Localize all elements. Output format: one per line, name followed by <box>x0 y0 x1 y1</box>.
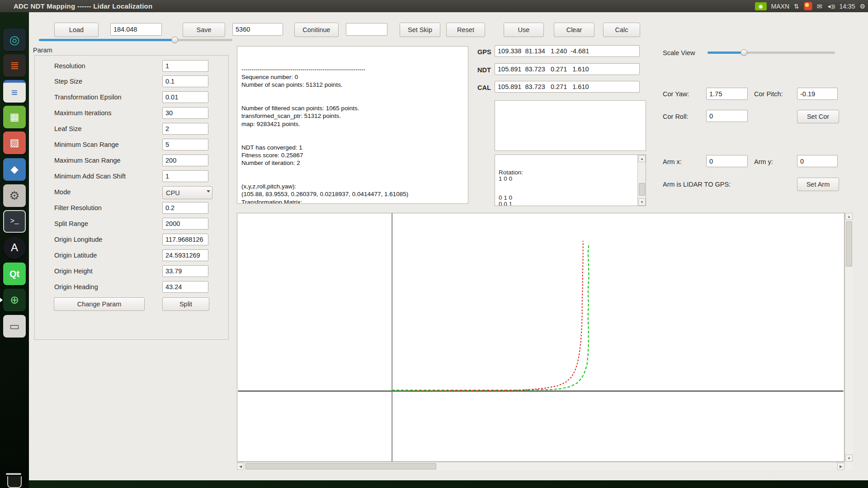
sequence-slider[interactable] <box>39 39 232 41</box>
map-scroll-up-icon[interactable]: ▲ <box>845 213 853 220</box>
save-value-input[interactable] <box>232 23 283 36</box>
rotation-box: Rotation:1 0 0 0 1 00 0 1 roll:0 pitch:-… <box>495 155 646 206</box>
map-scroll-left-icon[interactable]: ◀ <box>237 463 244 470</box>
param-input-max-scan-range[interactable] <box>162 155 208 166</box>
nvidia-icon[interactable]: ◉ <box>755 2 767 10</box>
map-scroll-down-icon[interactable]: ▼ <box>845 455 853 462</box>
launcher-app-a[interactable]: A <box>3 236 26 259</box>
param-input-step-size[interactable] <box>162 75 208 87</box>
param-label-split-range: Split Range <box>54 220 88 227</box>
map-hscroll-handle[interactable] <box>245 463 436 469</box>
use-button[interactable]: Use <box>504 23 544 37</box>
rotation-text: Rotation:1 0 0 0 1 00 0 1 roll:0 pitch:-… <box>495 155 646 206</box>
param-input-origin-longitude[interactable] <box>162 234 208 245</box>
preview-box <box>495 100 646 151</box>
load-value-input[interactable] <box>110 23 162 36</box>
param-input-max-iterations[interactable] <box>162 107 208 119</box>
launcher-lidar-mapping-app[interactable]: ⊕ <box>3 289 26 311</box>
map-vscroll-handle[interactable] <box>846 221 852 267</box>
load-button[interactable]: Load <box>54 23 99 37</box>
mode-combobox[interactable]: CPU <box>162 186 212 199</box>
set-cor-button[interactable]: Set Cor <box>797 110 839 123</box>
arm-y-input[interactable] <box>797 155 838 167</box>
param-label-origin-latitude: Origin Latitude <box>54 252 97 259</box>
clear-button[interactable]: Clear <box>554 23 594 37</box>
param-label-max-scan-range: Maximum Scan Range <box>54 157 121 164</box>
ndt-value-input[interactable] <box>495 63 640 75</box>
launcher-qt[interactable]: Qt <box>3 263 26 285</box>
map-scroll-right-icon[interactable]: ▶ <box>837 463 844 470</box>
arm-y-label: Arm y: <box>754 158 773 165</box>
rotation-scrollbar-handle[interactable] <box>639 183 645 196</box>
launcher-system-settings[interactable]: ⚙ <box>3 184 26 207</box>
launcher-file-cabinet[interactable]: ≣ <box>3 54 26 77</box>
arm-x-label: Arm x: <box>663 158 682 165</box>
param-label-origin-height: Origin Height <box>54 267 93 275</box>
calc-button[interactable]: Calc <box>603 23 640 37</box>
param-input-origin-latitude[interactable] <box>162 249 208 261</box>
param-input-origin-height[interactable] <box>162 265 208 277</box>
map-viewport[interactable] <box>237 213 844 462</box>
param-label-min-add-scan-shift: Minimum Add Scan Shift <box>54 173 126 180</box>
param-label-step-size: Step Size <box>54 78 82 85</box>
cor-pitch-input[interactable] <box>797 88 838 100</box>
cor-yaw-input[interactable] <box>706 88 748 100</box>
launcher-terminal[interactable]: >_ <box>3 210 26 233</box>
trajectory-plot <box>237 213 844 461</box>
set-arm-button[interactable]: Set Arm <box>797 178 839 191</box>
sequence-slider-knob[interactable] <box>171 37 178 43</box>
cor-roll-input[interactable] <box>706 110 748 122</box>
scroll-down-icon[interactable]: ▼ <box>638 198 646 206</box>
launcher-libreoffice-impress[interactable]: ▨ <box>3 131 26 154</box>
split-button[interactable]: Split <box>162 297 209 311</box>
desktop: ADC NDT Mapping ------ Lidar Localizatio… <box>0 0 868 488</box>
cor-roll-label: Cor Roll: <box>663 113 688 120</box>
param-input-leaf-size[interactable] <box>162 123 208 135</box>
ndt-label: NDT <box>477 66 491 74</box>
continue-button[interactable]: Conitinue <box>294 23 339 37</box>
volume-icon[interactable]: ◄))) <box>827 4 835 9</box>
gps-value-input[interactable] <box>495 45 640 57</box>
param-input-split-range[interactable] <box>162 218 208 230</box>
cor-yaw-label: Cor Yaw: <box>663 90 689 98</box>
arm-x-input[interactable] <box>706 155 748 167</box>
param-label-leaf-size: Leaf Size <box>54 125 81 132</box>
param-label-trans-epsilon: Transformation Epsilon <box>54 94 122 101</box>
launcher-software-center[interactable]: ◆ <box>3 158 26 181</box>
reset-button[interactable]: Reset <box>446 23 485 37</box>
param-input-origin-heading[interactable] <box>162 281 208 293</box>
session-gear-icon[interactable]: ⚙ <box>859 3 865 10</box>
scale-view-slider[interactable] <box>708 52 835 54</box>
param-label-mode: Mode <box>54 188 71 196</box>
scroll-up-icon[interactable]: ▲ <box>638 155 646 162</box>
set-skip-button[interactable]: Set Skip <box>400 23 440 37</box>
save-button[interactable]: Save <box>183 23 225 37</box>
param-input-resolution[interactable] <box>162 60 208 72</box>
launcher-text-editor[interactable]: ≡ <box>3 80 26 103</box>
cal-value-input[interactable] <box>495 81 640 93</box>
rotation-scrollbar[interactable]: ▲ ▼ <box>637 155 646 206</box>
chevron-down-icon <box>207 190 210 192</box>
mail-icon[interactable]: ✉ <box>817 3 822 10</box>
scale-view-slider-knob[interactable] <box>741 49 747 56</box>
param-input-trans-epsilon[interactable] <box>162 91 208 103</box>
launcher-dock: ◎ ≣ ≡ ▦ ▨ ◆ ⚙ >_ A Qt ⊕ ▭ <box>0 12 29 488</box>
clock-label[interactable]: 14:35 <box>839 3 855 10</box>
skip-value-input[interactable] <box>346 23 387 36</box>
map-vertical-scrollbar[interactable]: ▲ ▼ <box>844 213 853 462</box>
launcher-dash[interactable]: ◎ <box>3 28 26 51</box>
param-label-origin-heading: Origin Heading <box>54 283 98 291</box>
network-updown-icon[interactable]: ⇅ <box>794 3 799 10</box>
param-input-min-scan-range[interactable] <box>162 139 208 150</box>
param-input-filter-resolution[interactable] <box>162 202 208 214</box>
launcher-libreoffice-calc[interactable]: ▦ <box>3 106 26 128</box>
param-input-min-add-scan-shift[interactable] <box>162 170 208 182</box>
trash-icon <box>7 476 22 488</box>
launcher-disks[interactable]: ▭ <box>3 315 26 338</box>
active-app-arrow-icon <box>0 298 3 302</box>
launcher-trash[interactable] <box>3 471 26 488</box>
arm-note-label: Arm is LIDAR TO GPS: <box>663 181 731 188</box>
change-param-button[interactable]: Change Param <box>54 297 145 311</box>
input-method-icon[interactable] <box>804 2 812 10</box>
map-horizontal-scrollbar[interactable]: ◀ ▶ <box>237 462 844 470</box>
